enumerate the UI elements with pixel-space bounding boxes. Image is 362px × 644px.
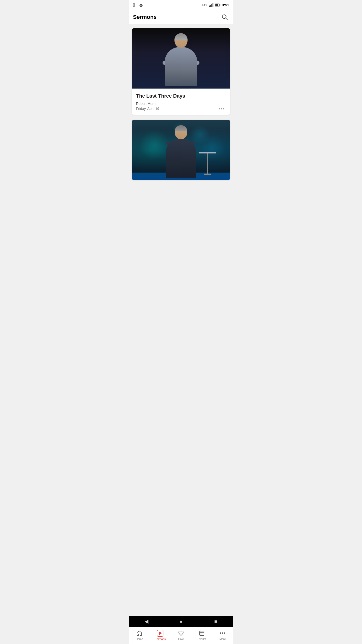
svg-rect-1	[134, 4, 134, 6]
svg-rect-9	[211, 4, 212, 7]
lte-label: LTE	[202, 4, 207, 7]
app-header: Sermons	[129, 10, 233, 24]
speaker-figure-2	[161, 122, 201, 178]
search-button[interactable]	[220, 13, 229, 21]
speaker-body-2	[166, 139, 196, 178]
battery-icon	[215, 4, 220, 7]
sim-icon	[133, 3, 138, 7]
podium-base	[204, 174, 211, 175]
sermon-thumbnail-2	[132, 120, 230, 180]
dot-3	[223, 108, 224, 109]
svg-point-2	[140, 4, 143, 7]
speaker-hair	[174, 33, 188, 40]
sermon-date: Friday, April 19	[136, 107, 159, 111]
sermon-card[interactable]: The Last Three Days Robert Morris Friday…	[132, 28, 230, 115]
svg-line-5	[140, 4, 140, 5]
android-icon	[139, 3, 143, 7]
page-title: Sermons	[133, 14, 157, 20]
sermon-meta: Friday, April 19	[136, 107, 226, 111]
svg-rect-13	[220, 5, 220, 6]
more-options-button[interactable]	[217, 107, 226, 110]
svg-rect-10	[212, 3, 213, 7]
sermon-card-2[interactable]	[132, 120, 230, 180]
status-left	[133, 3, 143, 7]
svg-line-15	[226, 18, 228, 20]
search-icon	[221, 14, 228, 20]
sermon-speaker: Robert Morris	[136, 102, 226, 106]
app-container: LTE 3:51 Sermons	[129, 0, 233, 205]
speaker-figure	[158, 31, 204, 86]
status-right: LTE 3:51	[202, 3, 229, 7]
dot-2	[221, 108, 222, 109]
status-bar: LTE 3:51	[129, 0, 233, 10]
podium-pole	[207, 153, 208, 174]
dot-1	[219, 108, 220, 109]
svg-point-4	[142, 5, 142, 6]
svg-rect-12	[215, 4, 218, 6]
speaker-hair-2	[175, 125, 187, 131]
sermons-list: The Last Three Days Robert Morris Friday…	[129, 24, 233, 205]
svg-rect-7	[209, 6, 210, 7]
sermon-title: The Last Three Days	[136, 93, 226, 99]
svg-rect-8	[210, 5, 211, 7]
time-display: 3:51	[222, 3, 229, 7]
speaker-body	[165, 47, 197, 86]
signal-icon	[209, 3, 213, 7]
sermon-thumbnail-1	[132, 28, 230, 89]
sermon-info: The Last Three Days Robert Morris Friday…	[132, 89, 230, 115]
podium	[199, 152, 216, 175]
svg-point-3	[140, 5, 141, 6]
svg-line-6	[142, 4, 142, 5]
